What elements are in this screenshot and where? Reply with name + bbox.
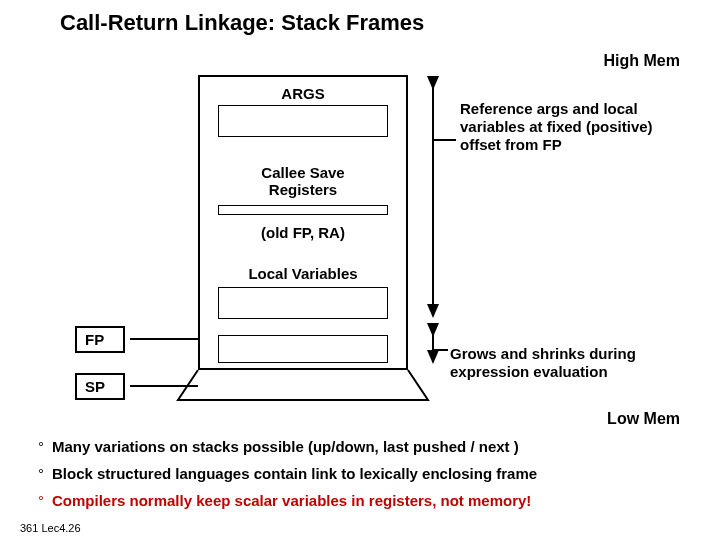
bullet-2: °Block structured languages contain link… bbox=[38, 465, 690, 482]
local-vars-box bbox=[218, 287, 388, 319]
page-title: Call-Return Linkage: Stack Frames bbox=[60, 10, 424, 36]
fp-pointer-line bbox=[130, 338, 198, 340]
expr-box bbox=[218, 335, 388, 363]
args-label: ARGS bbox=[200, 85, 406, 102]
note-grows: Grows and shrinks during expression eval… bbox=[450, 345, 690, 381]
callee-save-label: Callee Save Registers bbox=[200, 164, 406, 199]
callee-save-box bbox=[218, 205, 388, 215]
stack-frame-box: ARGS Callee Save Registers (old FP, RA) … bbox=[198, 75, 408, 370]
bullet-3: °Compilers normally keep scalar variable… bbox=[38, 492, 690, 509]
sp-pointer-line bbox=[130, 385, 198, 387]
low-mem-label: Low Mem bbox=[607, 410, 680, 428]
slide-footer: 361 Lec4.26 bbox=[20, 522, 81, 534]
fp-pointer-box: FP bbox=[75, 326, 125, 353]
local-vars-label: Local Variables bbox=[200, 265, 406, 282]
note-reference: Reference args and local variables at fi… bbox=[460, 100, 670, 154]
old-fp-ra-label: (old FP, RA) bbox=[200, 224, 406, 241]
sp-pointer-box: SP bbox=[75, 373, 125, 400]
bullet-1: °Many variations on stacks possible (up/… bbox=[38, 438, 690, 455]
high-mem-label: High Mem bbox=[604, 52, 680, 70]
bullet-list: °Many variations on stacks possible (up/… bbox=[38, 438, 690, 519]
args-box bbox=[218, 105, 388, 137]
